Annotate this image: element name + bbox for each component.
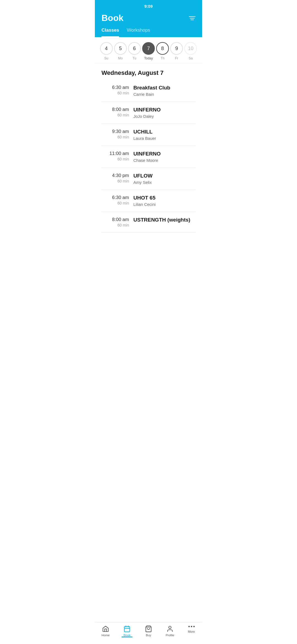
calendar-day-8[interactable]: 8 Th bbox=[156, 42, 169, 60]
class-time-1: 8:00 am 60 min bbox=[101, 107, 129, 117]
calendar-strip: 4 Su 5 Mo 6 Tu 7 Today 8 Th 9 Fr bbox=[95, 37, 202, 63]
day-label-9: Fr bbox=[175, 56, 178, 60]
class-info-4: UFLOW Amy Selix bbox=[133, 173, 196, 185]
home-icon bbox=[102, 625, 109, 632]
calendar-day-9[interactable]: 9 Fr bbox=[170, 42, 183, 60]
class-time-0: 6:30 am 60 min bbox=[101, 85, 129, 95]
day-label-8: Th bbox=[161, 56, 164, 60]
status-bar: 9:09 bbox=[95, 0, 202, 11]
svg-rect-0 bbox=[124, 626, 130, 632]
filter-button[interactable] bbox=[189, 16, 196, 20]
day-label-6: Tu bbox=[133, 56, 136, 60]
class-item-6[interactable]: 8:00 am 60 min USTRENGTH (weights) bbox=[101, 212, 196, 233]
calendar-day-10[interactable]: 10 Sa bbox=[184, 42, 197, 60]
nav-buy-label: Buy bbox=[146, 634, 151, 637]
more-icon bbox=[188, 626, 195, 627]
class-info-6: USTRENGTH (weights) bbox=[133, 217, 196, 224]
class-info-0: Breakfast Club Carrie Bain bbox=[133, 85, 196, 97]
day-number-8: 8 bbox=[156, 42, 169, 55]
class-list: 6:30 am 60 min Breakfast Club Carrie Bai… bbox=[95, 80, 202, 233]
bottom-nav: Home Book Buy Profile More bbox=[95, 622, 202, 644]
class-info-5: UHOT 65 Lilian Cecini bbox=[133, 195, 196, 207]
day-number-7: 7 bbox=[142, 42, 155, 55]
class-time-3: 11:00 am 60 min bbox=[101, 151, 129, 161]
tab-classes[interactable]: Classes bbox=[101, 28, 119, 37]
book-icon bbox=[123, 625, 131, 632]
calendar-day-6[interactable]: 6 Tu bbox=[128, 42, 141, 60]
calendar-day-7[interactable]: 7 Today bbox=[142, 42, 155, 60]
calendar-day-4[interactable]: 4 Su bbox=[100, 42, 113, 60]
calendar-day-5[interactable]: 5 Mo bbox=[114, 42, 127, 60]
class-time-4: 4:30 pm 60 min bbox=[101, 173, 129, 183]
class-item-0[interactable]: 6:30 am 60 min Breakfast Club Carrie Bai… bbox=[101, 80, 196, 102]
class-info-2: UCHILL Laura Bauer bbox=[133, 129, 196, 141]
day-label-10: Sa bbox=[189, 56, 193, 60]
day-number-10: 10 bbox=[184, 42, 197, 55]
nav-more-label: More bbox=[188, 630, 195, 633]
profile-icon bbox=[166, 625, 174, 632]
date-heading: Wednesday, August 7 bbox=[95, 63, 202, 80]
status-time: 9:09 bbox=[144, 4, 153, 9]
nav-buy[interactable]: Buy bbox=[138, 625, 159, 637]
buy-icon bbox=[145, 625, 152, 632]
nav-home[interactable]: Home bbox=[95, 625, 116, 637]
class-item-1[interactable]: 8:00 am 60 min UINFERNO JoJo Daley bbox=[101, 102, 196, 124]
header: Book bbox=[95, 11, 202, 23]
nav-book-underline bbox=[122, 637, 133, 637]
day-number-4: 4 bbox=[100, 42, 113, 55]
class-time-5: 6:30 am 60 min bbox=[101, 195, 129, 205]
class-time-2: 9:30 am 60 min bbox=[101, 129, 129, 139]
class-item-3[interactable]: 11:00 am 60 min UINFERNO Chase Moore bbox=[101, 146, 196, 168]
day-number-6: 6 bbox=[128, 42, 141, 55]
nav-more[interactable]: More bbox=[181, 625, 202, 637]
tab-workshops[interactable]: Workshops bbox=[127, 28, 150, 37]
day-number-5: 5 bbox=[114, 42, 127, 55]
svg-point-5 bbox=[169, 626, 171, 629]
class-time-6: 8:00 am 60 min bbox=[101, 217, 129, 227]
day-label-5: Mo bbox=[118, 56, 123, 60]
class-item-5[interactable]: 6:30 am 60 min UHOT 65 Lilian Cecini bbox=[101, 190, 196, 212]
nav-profile-label: Profile bbox=[166, 634, 174, 637]
tab-bar: Classes Workshops bbox=[95, 23, 202, 37]
class-item-2[interactable]: 9:30 am 60 min UCHILL Laura Bauer bbox=[101, 124, 196, 146]
nav-profile[interactable]: Profile bbox=[159, 625, 181, 637]
day-label-7: Today bbox=[144, 56, 153, 60]
class-info-1: UINFERNO JoJo Daley bbox=[133, 107, 196, 119]
nav-book[interactable]: Book bbox=[116, 625, 138, 637]
page-title: Book bbox=[101, 13, 123, 23]
day-number-9: 9 bbox=[170, 42, 183, 55]
nav-home-label: Home bbox=[101, 634, 109, 637]
day-label-4: Su bbox=[104, 56, 108, 60]
class-item-4[interactable]: 4:30 pm 60 min UFLOW Amy Selix bbox=[101, 168, 196, 190]
class-info-3: UINFERNO Chase Moore bbox=[133, 151, 196, 163]
